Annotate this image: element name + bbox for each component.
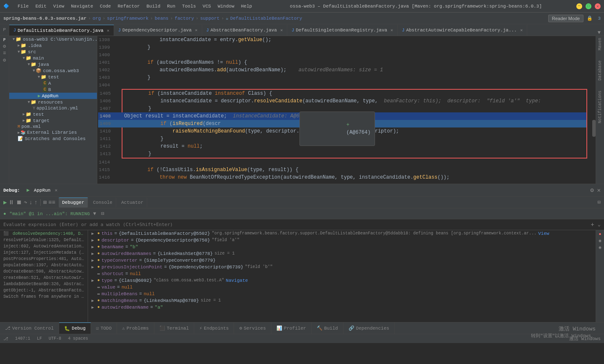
var-previnjection[interactable]: ▶ ● previousInjectionPoint = {Dependency… (88, 264, 596, 270)
menu-file[interactable]: File (14, 0, 32, 13)
nav-pkg-support[interactable]: support (200, 16, 219, 21)
tree-scratches[interactable]: 📝 Scratches and Consoles (9, 135, 97, 142)
tab-close-btn-3[interactable]: ✕ (280, 28, 283, 33)
var-multiplebeans[interactable]: ▬ multipleBeans = null (88, 291, 596, 297)
nav-pkg-org[interactable]: org (93, 16, 101, 21)
stack-frame-5[interactable]: populateBean:1397, AbstractAutowireCap..… (0, 262, 88, 268)
dependencies-tab[interactable]: 🔗 Dependencies (344, 322, 395, 334)
resume-button[interactable]: ▶ (3, 199, 7, 206)
version-control-tab[interactable]: ⎇ Version Control (0, 322, 59, 334)
expand-icon[interactable]: ⌄ (598, 221, 601, 228)
services-tab[interactable]: ⚙ Services (234, 322, 271, 334)
menu-refactor[interactable]: Refactor (114, 0, 143, 13)
frames-button[interactable]: ⊞ (43, 199, 47, 206)
var-autowiredbeannames[interactable]: ▶ ● autowiredBeanNames = {LinkedHashSet@… (88, 250, 596, 257)
endpoints-tab[interactable]: ⚡ Endpoints (194, 322, 234, 334)
console-tab[interactable]: Console (90, 198, 116, 208)
var-typeconverter[interactable]: ▶ ● typeConverter = {SimpleTypeConverter… (88, 257, 596, 264)
tree-root[interactable]: ▼ 📁 ossa-web3 C:\Users\sunjin... (9, 36, 97, 42)
tab-close-btn-4[interactable]: ✕ (391, 28, 393, 33)
build-tab[interactable]: 🔨 Build (312, 322, 344, 334)
nav-pkg-springframework[interactable]: springframework (107, 16, 148, 21)
menu-window[interactable]: Window (214, 0, 238, 13)
reader-mode-button[interactable]: Reader Mode (548, 15, 584, 22)
tree-package[interactable]: ▼ 📦 com.ossa.web3 (9, 68, 97, 74)
tab-close-btn[interactable]: ✕ (107, 28, 109, 33)
database-label[interactable]: Database (598, 60, 602, 81)
nav-pkg-factory[interactable]: factory (174, 16, 194, 21)
var-beanname[interactable]: ▶ ● beanName = "b" (88, 244, 596, 250)
tab-abstractbean[interactable]: J AbstractBeanFactory.java ✕ (202, 25, 287, 36)
menu-view[interactable]: View (50, 0, 68, 13)
menu-build[interactable]: Build (143, 0, 164, 13)
scrollbar-indicator[interactable] (592, 120, 596, 137)
tree-main[interactable]: ▼ 📁 main (9, 55, 97, 61)
stack-frame-2[interactable]: inject:692, AutowiredAnnotationBeanPos..… (0, 243, 88, 250)
view-button[interactable]: ≡≡ (48, 199, 55, 206)
menu-tools[interactable]: Tools (179, 0, 199, 13)
stack-frame-9[interactable]: getObject:-1, AbstractBeanFactory$$Lam..… (0, 287, 88, 294)
pause-button[interactable]: ⏸ (8, 199, 14, 206)
thread-settings-icon[interactable]: ⊟ (101, 211, 104, 217)
step-out-button[interactable]: ↑ (34, 199, 37, 206)
var-this[interactable]: ▶ ● this = {DefaultListableBeanFactory@5… (88, 230, 596, 237)
tree-target[interactable]: ▶ 📁 target (9, 117, 97, 124)
expression-input[interactable] (3, 222, 587, 227)
nav-classname[interactable]: DefaultListableBeanFactory (230, 16, 302, 21)
tree-java[interactable]: ▼ 📁 java (9, 61, 97, 68)
list-icon[interactable]: ≡ (3, 50, 6, 56)
var-descriptor[interactable]: ▶ ● descriptor = {DependencyDescriptor@6… (88, 237, 596, 244)
settings-icon[interactable]: ⚙ (590, 187, 594, 194)
thread-filter-icon[interactable]: ▼ (93, 211, 96, 217)
code-editor[interactable]: 1398 instanceCandidate = entry.getValue(… (97, 36, 596, 184)
minimize-button[interactable]: ─ (576, 3, 582, 9)
status-position[interactable]: 1407:1 (15, 336, 30, 341)
tree-yml[interactable]: Y application.yml (9, 105, 97, 111)
tab-defaultsingleton[interactable]: J DefaultSingletonBeanRegistry.java ✕ (287, 25, 398, 36)
notifications-label[interactable]: Notifications (598, 91, 602, 123)
menu-navigate[interactable]: Navigate (68, 0, 96, 13)
tree-pom[interactable]: M pom.xml (9, 124, 97, 130)
tree-apprun[interactable]: ▶ AppRun (9, 93, 97, 99)
tree-test2[interactable]: ▶ 📁 test (9, 111, 97, 117)
project-icon[interactable]: P (3, 38, 5, 42)
tree-class-b[interactable]: C B (9, 86, 97, 93)
breakpoint-icon[interactable]: ● (599, 232, 601, 237)
menu-help[interactable]: Help (238, 0, 255, 13)
close-button[interactable]: ✕ (595, 3, 601, 9)
tabs-overflow-btn[interactable]: ▼ (594, 30, 604, 36)
status-encoding[interactable]: UTF-8 (49, 336, 61, 341)
build-icon[interactable]: ⚙ (3, 43, 6, 49)
var-type-link[interactable]: Navigate (226, 278, 248, 283)
tree-external-libs[interactable]: ▶ 📚 External Libraries (9, 130, 97, 135)
menu-code[interactable]: Code (96, 0, 114, 13)
stack-frame-7[interactable]: createBean:521, AbstractAutowireCapable.… (0, 275, 88, 281)
stack-frame-8[interactable]: lambda$doGetBean$0:326, AbstractBean... (0, 281, 88, 287)
debug-tab-close[interactable]: ✕ (55, 187, 57, 193)
close-debug-icon[interactable]: ✕ (597, 187, 601, 194)
stack-frame-3[interactable]: inject:127, InjectionMetadata (org.sprin… (0, 250, 88, 256)
tree-src[interactable]: ▼ 📁 src (9, 49, 97, 55)
menu-vcs[interactable]: VCS (199, 0, 214, 13)
stack-frame-10[interactable]: Switch frames from anywhere in the IDE w… (0, 294, 88, 300)
maximize-button[interactable]: □ (586, 3, 591, 9)
settings-icon[interactable]: ⚙ (3, 57, 6, 63)
menu-run[interactable]: Run (164, 0, 179, 13)
debug-bottom-tab[interactable]: 🐛 Debug (59, 322, 91, 334)
var-shortcut[interactable]: ▬ shortcut = null (88, 270, 596, 277)
tab-close-btn-5[interactable]: ✕ (520, 28, 523, 33)
var-this-link[interactable]: View (538, 231, 549, 236)
tab-dependency[interactable]: J DependencyDescriptor.java ✕ (114, 25, 202, 36)
columns-icon[interactable]: ⊟ (598, 199, 601, 205)
tab-abstractautowire[interactable]: J AbstractAutowireCapableBeanFactory.ja.… (398, 25, 527, 36)
tree-idea[interactable]: ▶ 📁 .idea (9, 42, 97, 49)
sidebar-toggle[interactable]: P (0, 24, 9, 36)
var-matchingbeans[interactable]: ▶ ● matchingBeans = {LinkedHashMap@6780}… (88, 297, 596, 304)
maven-label[interactable]: Maven (598, 38, 602, 50)
step-over-button[interactable]: ↷ (23, 199, 27, 206)
var-autowiredbeanname[interactable]: ▶ ● autowiredBeanName = "a" (88, 304, 596, 311)
actuator-tab[interactable]: Actuator (118, 198, 147, 208)
bookmark-icon-2[interactable]: ◉ (599, 245, 601, 250)
apprun-debug-label[interactable]: AppRun (34, 188, 51, 193)
todo-tab[interactable]: ☑ TODO (91, 322, 117, 334)
